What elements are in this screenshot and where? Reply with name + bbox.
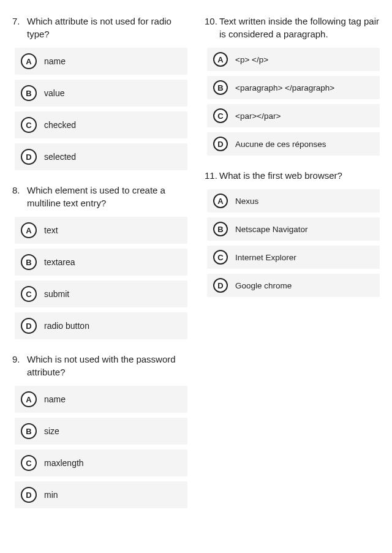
option-letter: C (21, 455, 37, 471)
option-d[interactable]: D min (15, 481, 187, 508)
option-label: <paragraph> </paragraph> (235, 83, 334, 92)
option-letter: D (21, 318, 37, 334)
option-label: Internet Explorer (235, 253, 296, 262)
option-letter: A (21, 53, 37, 69)
question-text: Which attribute is not used for radio ty… (27, 15, 187, 40)
option-d[interactable]: D selected (15, 143, 187, 170)
option-label: radio button (44, 321, 89, 331)
option-a[interactable]: A text (15, 217, 187, 244)
option-letter: D (213, 278, 228, 293)
option-letter: C (213, 250, 228, 265)
option-label: Netscape Navigator (235, 225, 308, 234)
option-letter: D (213, 137, 228, 151)
option-label: textarea (44, 257, 75, 267)
option-letter: C (21, 286, 37, 302)
option-label: <par></par> (235, 111, 281, 121)
option-label: submit (44, 289, 69, 299)
option-label: Nexus (235, 197, 258, 206)
quiz-columns: 7. Which attribute is not used for radio… (12, 15, 380, 522)
option-letter: D (21, 487, 37, 503)
option-label: size (44, 426, 59, 436)
option-b[interactable]: B value (15, 80, 187, 107)
question-header: 11. What is the first web browser? (205, 169, 380, 182)
option-letter: A (21, 222, 37, 238)
option-label: checked (44, 120, 76, 130)
question-8: 8. Which element is used to create a mul… (12, 184, 187, 339)
question-text: Which element is used to create a multil… (27, 184, 187, 209)
question-11: 11. What is the first web browser? A Nex… (205, 169, 380, 297)
options-list: A <p> </p> B <paragraph> </paragraph> C … (205, 48, 380, 156)
option-letter: B (21, 85, 37, 101)
option-b[interactable]: B <paragraph> </paragraph> (207, 76, 380, 99)
option-letter: B (21, 254, 37, 270)
question-10: 10. Text written inside the following ta… (205, 15, 380, 156)
options-list: A name B size C maxlength D min (12, 386, 187, 508)
question-number: 7. (12, 15, 27, 28)
column-right: 10. Text written inside the following ta… (205, 15, 380, 522)
option-b[interactable]: B textarea (15, 249, 187, 276)
question-header: 8. Which element is used to create a mul… (12, 184, 187, 209)
question-header: 10. Text written inside the following ta… (205, 15, 380, 40)
question-number: 9. (12, 353, 27, 366)
options-list: A name B value C checked D selected (12, 48, 187, 170)
question-header: 9. Which is not used with the password a… (12, 353, 187, 378)
question-number: 11. (205, 169, 219, 182)
options-list: A Nexus B Netscape Navigator C Internet … (205, 189, 380, 297)
question-text: Which is not used with the password attr… (27, 353, 187, 378)
option-label: Aucune de ces réponses (235, 140, 326, 149)
question-text: What is the first web browser? (219, 169, 380, 182)
option-letter: C (213, 108, 228, 123)
option-letter: A (213, 52, 228, 67)
question-9: 9. Which is not used with the password a… (12, 353, 187, 508)
option-c[interactable]: C <par></par> (207, 104, 380, 127)
option-letter: B (21, 423, 37, 439)
option-d[interactable]: D radio button (15, 312, 187, 339)
option-letter: A (213, 194, 228, 208)
option-label: selected (44, 152, 76, 162)
question-number: 8. (12, 184, 27, 197)
option-a[interactable]: A name (15, 386, 187, 413)
option-c[interactable]: C checked (15, 111, 187, 138)
option-label: name (44, 56, 66, 66)
option-c[interactable]: C submit (15, 280, 187, 307)
option-label: min (44, 490, 58, 500)
option-label: name (44, 394, 66, 404)
option-d[interactable]: D Aucune de ces réponses (207, 132, 380, 156)
option-letter: D (21, 149, 37, 165)
option-b[interactable]: B Netscape Navigator (207, 217, 380, 241)
option-c[interactable]: C maxlength (15, 450, 187, 476)
column-left: 7. Which attribute is not used for radio… (12, 15, 187, 522)
option-letter: B (213, 80, 228, 95)
option-label: text (44, 225, 58, 235)
option-letter: A (21, 391, 37, 407)
option-d[interactable]: D Google chrome (207, 274, 380, 297)
option-a[interactable]: A name (15, 48, 187, 75)
option-b[interactable]: B size (15, 418, 187, 445)
option-a[interactable]: A Nexus (207, 189, 380, 213)
option-label: Google chrome (235, 281, 292, 290)
option-letter: B (213, 222, 228, 236)
option-label: value (44, 88, 64, 98)
question-number: 10. (205, 15, 219, 28)
option-letter: C (21, 117, 37, 133)
option-label: <p> </p> (235, 55, 268, 64)
question-7: 7. Which attribute is not used for radio… (12, 15, 187, 170)
option-c[interactable]: C Internet Explorer (207, 246, 380, 269)
question-header: 7. Which attribute is not used for radio… (12, 15, 187, 40)
option-a[interactable]: A <p> </p> (207, 48, 380, 71)
question-text: Text written inside the following tag pa… (219, 15, 380, 40)
option-label: maxlength (44, 458, 84, 468)
options-list: A text B textarea C submit D radio butto… (12, 217, 187, 339)
